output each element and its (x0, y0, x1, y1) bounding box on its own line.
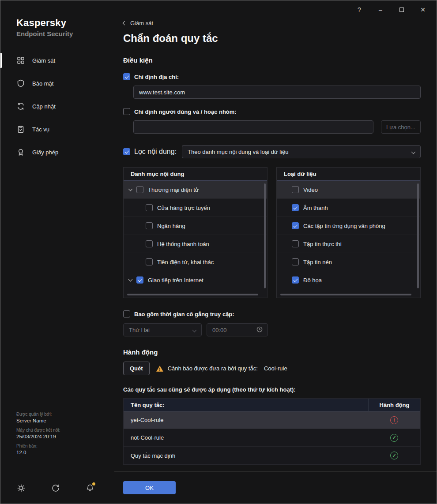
table-row[interactable]: not-Cool-rule (124, 429, 420, 447)
chevron-down-icon[interactable] (128, 277, 133, 282)
sidebar-item-label: Giám sát (32, 57, 55, 64)
select-users-button[interactable]: Lựa chọn... (381, 120, 421, 134)
category-row[interactable]: Ngân hàng (124, 217, 267, 235)
data-type-row[interactable]: Đồ họa (277, 271, 420, 289)
version-value: 12.0 (16, 450, 60, 455)
main-content: Giám sát Chẩn đoán quy tắc Điều kiện Chỉ… (114, 0, 437, 472)
shield-icon (16, 79, 25, 88)
warning-text: Cảnh báo được đưa ra bởi quy tắc: (168, 365, 258, 372)
scan-button[interactable]: Quét (123, 362, 150, 375)
data-type-checkbox[interactable] (292, 240, 299, 247)
titlebar: ? – ✕ (352, 4, 430, 15)
address-label: Chỉ định địa chỉ: (134, 74, 179, 80)
sidebar-item-monitoring[interactable]: Giám sát (0, 49, 114, 72)
maximize-button[interactable] (394, 4, 409, 15)
categories-header: Danh mục nội dung (124, 168, 267, 181)
users-checkbox[interactable] (123, 108, 130, 115)
table-row[interactable]: Quy tắc mặc định (124, 447, 420, 464)
brand-subtitle: Endpoint Security (16, 30, 114, 37)
table-row[interactable]: yet-Cool-rule (124, 411, 420, 429)
rules-table: Tên quy tắc: Hành động yet-Cool-rule not… (123, 398, 421, 465)
content-filter-selected-option: Theo danh mục nội dung và loại dữ liệu (188, 149, 288, 155)
vertical-scrollbar[interactable] (417, 183, 419, 288)
address-condition-row: Chỉ định địa chỉ: (123, 73, 421, 80)
category-row[interactable]: Thương mại điện tử (124, 181, 267, 199)
sidebar-item-update[interactable]: Cập nhật (0, 95, 114, 118)
categories-panel: Danh mục nội dung Thương mại điện tử Cửa… (123, 167, 267, 298)
category-label: Hệ thống thanh toán (157, 241, 209, 247)
column-header-action: Hành động (368, 399, 420, 411)
category-row[interactable]: Cửa hàng trực tuyến (124, 199, 267, 217)
category-row[interactable]: Hệ thống thanh toán (124, 235, 267, 253)
data-type-row[interactable]: Âm thanh (277, 199, 420, 217)
sidebar-item-label: Giấy phép (32, 149, 58, 156)
chevron-down-icon[interactable] (128, 187, 133, 191)
chevron-left-icon (123, 21, 127, 26)
data-type-label: Tập tin thực thi (303, 241, 342, 247)
page-title: Chẩn đoán quy tắc (123, 32, 421, 45)
category-checkbox[interactable] (136, 186, 143, 193)
data-type-label: Âm thanh (303, 205, 328, 211)
ok-button[interactable]: OK (123, 481, 176, 494)
sidebar-item-security[interactable]: Bảo mật (0, 72, 114, 95)
sidebar-item-license[interactable]: Giấy phép (0, 141, 114, 164)
gear-icon[interactable] (16, 483, 26, 493)
data-type-checkbox[interactable] (292, 186, 299, 193)
close-button[interactable]: ✕ (415, 4, 430, 15)
users-input[interactable] (133, 120, 373, 134)
users-label: Chỉ định người dùng và / hoặc nhóm: (134, 108, 237, 115)
app-window: ? – ✕ Kaspersky Endpoint Security Giám s… (0, 0, 437, 504)
minimize-button[interactable]: – (373, 4, 388, 15)
data-type-checkbox[interactable] (292, 276, 299, 284)
help-button[interactable]: ? (352, 4, 367, 15)
address-checkbox[interactable] (123, 73, 130, 80)
time-filter-row: Bao gồm thời gian cố gắng truy cập: (123, 310, 421, 317)
clipboard-icon (16, 125, 25, 134)
data-type-label: Các tập tin ứng dụng văn phòng (303, 223, 385, 229)
day-select[interactable]: Thứ Hai (123, 323, 202, 336)
rules-caption: Các quy tắc sau cũng sẽ được áp dụng (th… (123, 386, 421, 393)
success-status-icon (390, 434, 398, 442)
category-label: Ngân hàng (157, 223, 185, 229)
category-row[interactable]: Giao tiếp trên Internet (124, 271, 267, 289)
table-header: Tên quy tắc: Hành động (124, 399, 420, 411)
data-types-header: Loại dữ liệu (277, 168, 420, 181)
data-type-row[interactable]: Tập tin thực thi (277, 235, 420, 253)
notification-dot (92, 482, 95, 485)
content-filter-select[interactable]: Theo danh mục nội dung và loại dữ liệu (182, 145, 421, 158)
sidebar-item-tasks[interactable]: Tác vụ (0, 118, 114, 141)
protection-icon[interactable] (51, 483, 60, 493)
column-header-name: Tên quy tắc: (124, 399, 368, 411)
data-type-checkbox[interactable] (292, 204, 299, 211)
data-type-label: Video (303, 187, 318, 193)
data-type-row[interactable]: Video (277, 181, 420, 199)
bell-icon[interactable] (85, 483, 95, 493)
category-label: Giao tiếp trên Internet (148, 277, 203, 284)
sidebar-item-label: Tác vụ (32, 126, 49, 133)
vertical-scrollbar[interactable] (264, 183, 266, 288)
category-checkbox[interactable] (146, 240, 153, 247)
chevron-down-icon (192, 328, 197, 332)
data-type-row[interactable]: Tập tin nén (277, 253, 420, 271)
category-row[interactable]: Tiền điện tử, khai thác (124, 253, 267, 271)
address-input[interactable] (133, 86, 421, 99)
time-filter-checkbox[interactable] (123, 310, 130, 317)
category-checkbox[interactable] (146, 258, 153, 265)
horizontal-scrollbar[interactable] (127, 294, 258, 295)
data-type-row[interactable]: Các tập tin ứng dụng văn phòng (277, 217, 420, 235)
sidebar-footer-icons (16, 483, 95, 493)
maximize-icon (399, 7, 404, 12)
breadcrumb[interactable]: Giám sát (123, 20, 153, 26)
category-checkbox[interactable] (136, 276, 143, 284)
data-type-checkbox[interactable] (292, 258, 299, 265)
category-checkbox[interactable] (146, 222, 153, 229)
grid-icon (16, 56, 25, 65)
brand: Kaspersky Endpoint Security (0, 0, 114, 37)
time-filter-label: Bao gồm thời gian cố gắng truy cập: (134, 311, 234, 317)
rule-name: not-Cool-rule (124, 434, 368, 441)
data-type-checkbox[interactable] (292, 222, 299, 229)
category-checkbox[interactable] (146, 204, 153, 211)
content-filter-checkbox[interactable] (123, 148, 130, 155)
horizontal-scrollbar[interactable] (280, 294, 411, 295)
time-input[interactable]: 00:00 (207, 323, 268, 336)
